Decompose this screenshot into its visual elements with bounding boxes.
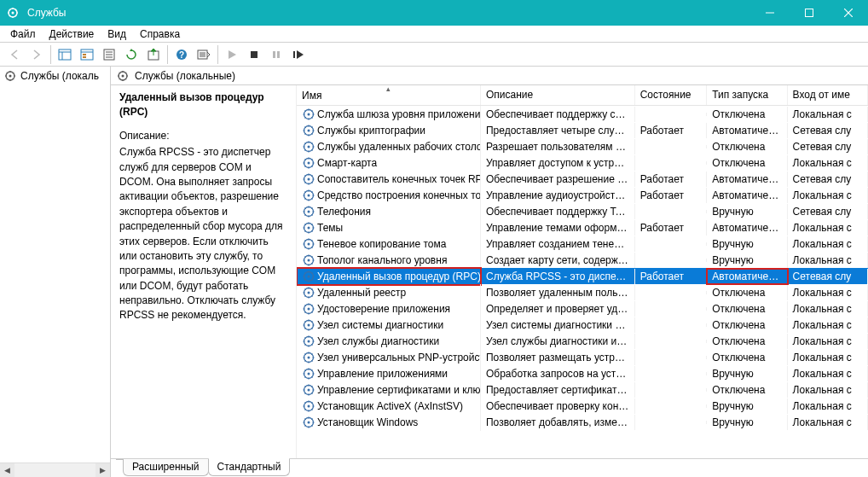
- table-row[interactable]: Удостоверение приложенияОпределяет и про…: [297, 300, 868, 317]
- cell-state: [635, 421, 708, 424]
- table-row[interactable]: Службы удаленных рабочих столовРазрешает…: [297, 138, 868, 154]
- cell-logon: Локальная с: [788, 301, 868, 317]
- cell-name: Службы криптографии: [317, 125, 425, 137]
- service-icon: [302, 270, 315, 283]
- cell-description: Позволяет размещать устрой…: [481, 350, 635, 365]
- table-row[interactable]: Установщик WindowsПозволяет добавлять, и…: [297, 414, 868, 430]
- column-logon[interactable]: Вход от име: [788, 85, 868, 105]
- table-row[interactable]: Узел системы диагностикиУзел системы диа…: [297, 317, 868, 333]
- column-name[interactable]: ▴Имя: [297, 85, 481, 105]
- table-row[interactable]: Узел службы диагностикиУзел службы диагн…: [297, 333, 868, 349]
- restart-service-button[interactable]: [288, 44, 309, 65]
- menu-help[interactable]: Справка: [133, 26, 187, 42]
- service-icon: [302, 156, 315, 170]
- minimize-button[interactable]: [750, 0, 790, 26]
- column-startup[interactable]: Тип запуска: [707, 85, 787, 105]
- cell-description: Управление темами оформле…: [481, 220, 635, 236]
- cell-description: Определяет и проверяет удос…: [481, 301, 635, 317]
- help-button[interactable]: ?: [171, 44, 192, 65]
- cell-startup: Вручную: [707, 398, 787, 414]
- action-button[interactable]: [194, 44, 214, 65]
- service-icon: [302, 108, 315, 121]
- stop-service-button[interactable]: [244, 44, 264, 65]
- cell-name: Узел системы диагностики: [317, 319, 443, 331]
- services-list[interactable]: ▴Имя Описание Состояние Тип запуска Вход…: [297, 85, 868, 458]
- tab-extended[interactable]: Расширенный: [123, 459, 209, 476]
- scroll-left-icon[interactable]: ◀: [0, 463, 14, 477]
- gear-icon: [116, 69, 130, 83]
- scroll-right-icon[interactable]: ▶: [95, 463, 110, 477]
- cell-name: Смарт-карта: [317, 157, 377, 169]
- svg-point-1: [12, 12, 14, 15]
- export-button[interactable]: [143, 44, 164, 65]
- table-row[interactable]: Служба шлюза уровня приложенияОбеспечива…: [297, 106, 868, 122]
- tab-standard[interactable]: Стандартный: [208, 458, 291, 476]
- maximize-button[interactable]: [790, 0, 829, 26]
- description-pane: Удаленный вызов процедур (RPC) Описание:…: [111, 85, 297, 458]
- service-icon: [302, 205, 315, 218]
- cell-logon: Локальная с: [788, 188, 868, 203]
- start-service-button[interactable]: [222, 44, 242, 65]
- cell-logon: Сетевая слу: [788, 139, 868, 154]
- table-row[interactable]: Установщик ActiveX (AxInstSV)Обеспечивае…: [297, 398, 868, 414]
- table-row[interactable]: Удаленный вызов процедур (RPC)Служба RPC…: [297, 268, 868, 284]
- cell-name: Установщик Windows: [317, 416, 418, 428]
- back-button[interactable]: [4, 44, 25, 65]
- cell-name: Средство построения конечных то…: [317, 189, 481, 201]
- properties-button[interactable]: [99, 44, 119, 65]
- service-icon: [302, 383, 315, 397]
- cell-startup: Автоматиче…: [707, 123, 787, 138]
- cell-startup: Вручную: [707, 236, 787, 252]
- cell-startup: Автоматиче…: [707, 172, 787, 187]
- table-row[interactable]: Управление приложениямиОбработка запросо…: [297, 365, 868, 381]
- cell-description: Обеспечивает поддержку сто…: [481, 107, 635, 122]
- table-row[interactable]: Теневое копирование томаУправляет создан…: [297, 236, 868, 252]
- pause-service-button[interactable]: [266, 44, 286, 65]
- description-body: Служба RPCSS - это диспетчер служб для с…: [119, 145, 287, 323]
- horizontal-scrollbar[interactable]: ◀ ▶: [0, 462, 110, 477]
- refresh-button[interactable]: [121, 44, 142, 65]
- cell-description: Предоставляет четыре служб…: [481, 123, 635, 138]
- menu-view[interactable]: Вид: [101, 26, 133, 42]
- cell-startup: Отключена: [707, 334, 787, 349]
- service-icon: [302, 124, 315, 137]
- service-icon: [302, 140, 315, 154]
- cell-startup: Отключена: [707, 285, 787, 300]
- table-row[interactable]: Смарт-картаУправляет доступом к устрой…О…: [297, 154, 868, 171]
- forward-button[interactable]: [26, 44, 47, 65]
- cell-name: Службы удаленных рабочих столов: [317, 141, 481, 153]
- column-state[interactable]: Состояние: [635, 85, 708, 105]
- view-icon-2[interactable]: [77, 44, 97, 65]
- svg-point-59: [308, 323, 310, 326]
- cell-description: Управление аудиоустройства…: [481, 188, 635, 203]
- service-icon: [302, 334, 315, 348]
- svg-point-47: [308, 226, 310, 229]
- table-row[interactable]: Узел универсальных PNP-устройствПозволяе…: [297, 349, 868, 365]
- tree-item-services[interactable]: Службы (локаль: [0, 67, 110, 85]
- cell-description: Управляет созданием теневых…: [481, 236, 635, 252]
- menubar: Файл Действие Вид Справка: [0, 26, 868, 43]
- tree-item-label: Службы (локаль: [20, 70, 99, 82]
- view-tabs: Расширенный Стандартный: [111, 458, 868, 477]
- cell-name: Управление приложениями: [317, 368, 448, 380]
- view-icon-1[interactable]: [55, 44, 75, 65]
- menu-action[interactable]: Действие: [43, 26, 101, 42]
- svg-point-37: [308, 145, 310, 148]
- table-row[interactable]: Сопоставитель конечных точек RPCОбеспечи…: [297, 171, 868, 187]
- table-row[interactable]: Средство построения конечных то…Управлен…: [297, 187, 868, 203]
- cell-state: [635, 323, 708, 327]
- table-row[interactable]: Управление сертификатами и клю…Предостав…: [297, 381, 868, 398]
- menu-file[interactable]: Файл: [3, 26, 43, 42]
- table-row[interactable]: ТелефонияОбеспечивает поддержку Tele…Вру…: [297, 203, 868, 219]
- cell-logon: Локальная с: [788, 415, 868, 430]
- table-row[interactable]: ТемыУправление темами оформле…РаботаетАв…: [297, 219, 868, 236]
- table-row[interactable]: Тополог канального уровняСоздает карту с…: [297, 252, 868, 268]
- table-row[interactable]: Удаленный реестрПозволяет удаленным поль…: [297, 284, 868, 300]
- tree-pane: Службы (локаль ◀ ▶: [0, 67, 111, 477]
- table-row[interactable]: Службы криптографииПредоставляет четыре …: [297, 122, 868, 138]
- column-description[interactable]: Описание: [481, 85, 635, 105]
- close-button[interactable]: [829, 0, 868, 26]
- svg-rect-25: [273, 51, 275, 58]
- svg-point-69: [308, 404, 310, 407]
- svg-text:?: ?: [179, 50, 184, 60]
